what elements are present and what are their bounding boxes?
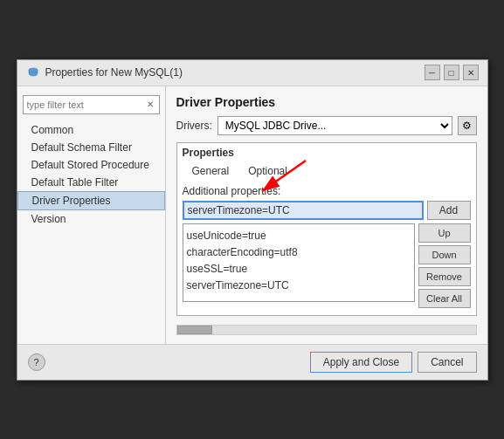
list-item: serverTimezone=UTC — [187, 278, 411, 294]
nav-item-driver-properties[interactable]: Driver Properties — [17, 191, 165, 210]
filter-input[interactable] — [23, 95, 160, 114]
property-input[interactable] — [183, 201, 424, 220]
db-icon — [26, 65, 40, 79]
add-button[interactable]: Add — [427, 201, 471, 220]
section-header: Driver Properties — [176, 95, 477, 109]
title-bar-left: Properties for New MySQL(1) — [26, 65, 183, 79]
down-button[interactable]: Down — [418, 245, 471, 264]
additional-label: Additional properties: — [183, 185, 471, 197]
add-row: Add — [183, 201, 471, 220]
nav-item-version[interactable]: Version — [17, 210, 165, 228]
list-and-actions: useUnicode=true characterEncoding=utf8 u… — [183, 223, 471, 308]
clear-all-button[interactable]: Clear All — [418, 289, 471, 308]
properties-dialog: Properties for New MySQL(1) ─ □ ✕ ✕ Comm… — [17, 59, 488, 381]
bottom-actions: Apply and Close Cancel — [310, 352, 477, 373]
tab-general[interactable]: General — [183, 162, 239, 180]
remove-button[interactable]: Remove — [418, 267, 471, 286]
maximize-button[interactable]: □ — [444, 65, 459, 80]
gear-button[interactable]: ⚙ — [458, 116, 477, 135]
action-buttons: Up Down Remove Clear All — [418, 223, 471, 308]
nav-item-stored-procedure[interactable]: Default Stored Procedure — [17, 156, 165, 174]
tab-optional[interactable]: Optional — [238, 162, 297, 180]
list-item: characterEncoding=utf8 — [187, 244, 411, 261]
nav-item-default-table[interactable]: Default Table Filter — [17, 174, 165, 191]
horizontal-scrollbar[interactable] — [176, 325, 477, 335]
scrollbar-thumb — [177, 326, 212, 334]
help-button[interactable]: ? — [28, 353, 45, 371]
close-button[interactable]: ✕ — [463, 65, 479, 80]
nav-item-default-schema[interactable]: Default Schema Filter — [17, 139, 165, 156]
properties-group-label: Properties — [183, 147, 471, 159]
title-bar: Properties for New MySQL(1) ─ □ ✕ — [17, 60, 487, 86]
drivers-select[interactable]: MySQL JDBC Drive... — [217, 116, 452, 135]
drivers-label: Drivers: — [176, 120, 212, 132]
dialog-title: Properties for New MySQL(1) — [45, 66, 183, 79]
properties-group: Properties General Optional Additional p… — [176, 142, 477, 316]
left-panel: ✕ Common Default Schema Filter Default S… — [17, 86, 166, 344]
dialog-body: ✕ Common Default Schema Filter Default S… — [17, 86, 487, 344]
tabs-row: General Optional — [183, 162, 471, 180]
drivers-row: Drivers: MySQL JDBC Drive... ⚙ — [176, 116, 477, 135]
minimize-button[interactable]: ─ — [425, 65, 440, 80]
list-item: useSSL=true — [187, 261, 411, 278]
up-button[interactable]: Up — [418, 223, 471, 243]
right-panel: Driver Properties Drivers: MySQL JDBC Dr… — [166, 86, 487, 344]
cancel-button[interactable]: Cancel — [418, 352, 476, 373]
title-bar-controls: ─ □ ✕ — [425, 65, 479, 80]
filter-clear-button[interactable]: ✕ — [142, 97, 158, 113]
property-list[interactable]: useUnicode=true characterEncoding=utf8 u… — [183, 223, 415, 302]
list-item: useUnicode=true — [187, 228, 411, 244]
filter-box: ✕ — [23, 95, 160, 114]
right-panel-wrapper: Driver Properties Drivers: MySQL JDBC Dr… — [166, 86, 487, 344]
nav-item-common[interactable]: Common — [17, 121, 165, 139]
apply-close-button[interactable]: Apply and Close — [310, 352, 412, 373]
bottom-bar: ? Apply and Close Cancel — [17, 344, 487, 380]
